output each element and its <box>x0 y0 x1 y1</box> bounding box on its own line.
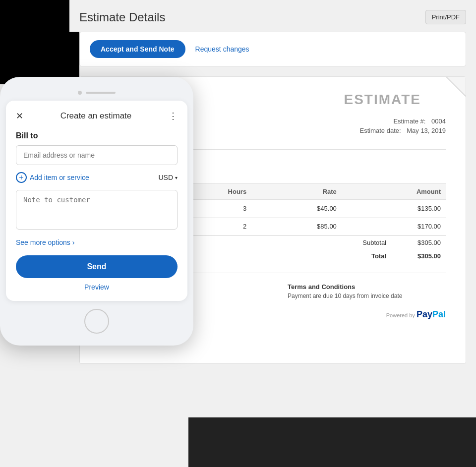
action-bar: Accept and Send Note Request changes <box>79 32 466 66</box>
row2-amount: $170.00 <box>342 218 446 235</box>
estimate-number-value: 0004 <box>431 117 446 125</box>
row1-amount: $135.00 <box>342 200 446 218</box>
total-value: $305.00 <box>401 252 441 260</box>
currency-label: USD <box>158 174 173 181</box>
accept-send-button[interactable]: Accept and Send Note <box>90 40 185 58</box>
col-rate: Rate <box>251 184 342 200</box>
page-header: Estimate Details Print/PDF <box>69 0 476 32</box>
col-amount: Amount <box>342 184 446 200</box>
row2-rate: $85.00 <box>251 218 342 235</box>
add-item-button[interactable]: + Add item or service <box>16 172 89 183</box>
preview-link[interactable]: Preview <box>16 283 178 291</box>
request-changes-link[interactable]: Request changes <box>195 45 249 53</box>
estimate-heading: ESTIMATE <box>344 92 421 108</box>
home-indicator <box>84 309 109 334</box>
terms-right-col: Terms and Conditions Payment are due 10 … <box>288 283 446 299</box>
phone-overlay: ✕ Create an estimate ⋮ Bill to + Add ite… <box>0 77 193 346</box>
add-item-label: Add item or service <box>30 174 89 181</box>
phone-dot <box>78 91 82 95</box>
modal-card: ✕ Create an estimate ⋮ Bill to + Add ite… <box>6 101 187 301</box>
chevron-right-icon: › <box>72 238 75 246</box>
modal-more-button[interactable]: ⋮ <box>169 111 178 121</box>
estimate-date-label: Estimate date: <box>352 127 401 134</box>
email-input[interactable] <box>16 145 178 165</box>
modal-title: Create an estimate <box>60 111 132 121</box>
subtotal-label: Subtotal <box>327 239 386 246</box>
folded-corner-inner <box>447 77 466 96</box>
currency-selector[interactable]: USD ▾ <box>158 174 178 181</box>
estimate-date-value: May 13, 2019 <box>407 127 446 134</box>
total-label: Total <box>327 252 386 260</box>
page-title: Estimate Details <box>79 10 165 24</box>
note-textarea[interactable] <box>16 190 178 230</box>
currency-chevron-icon: ▾ <box>175 175 178 180</box>
estimate-number-label: Estimate #: <box>376 117 425 125</box>
phone-bottom <box>0 301 193 336</box>
phone-bar <box>86 92 116 94</box>
phone-top-bar <box>0 87 193 101</box>
powered-by-text: Powered by <box>386 312 415 318</box>
see-more-label: See more options <box>16 238 70 246</box>
bill-to-label: Bill to <box>16 131 178 140</box>
print-pdf-button[interactable]: Print/PDF <box>425 10 466 24</box>
add-item-row: + Add item or service USD ▾ <box>16 172 178 183</box>
add-item-icon: + <box>16 172 27 183</box>
modal-close-button[interactable]: ✕ <box>16 112 23 120</box>
see-more-options[interactable]: See more options › <box>16 238 178 246</box>
terms-text: Payment are due 10 days from invoice dat… <box>288 292 446 299</box>
row1-rate: $45.00 <box>251 200 342 218</box>
modal-header: ✕ Create an estimate ⋮ <box>16 111 178 121</box>
paypal-logo: PayPal <box>416 309 446 319</box>
subtotal-value: $305.00 <box>401 239 441 246</box>
send-button[interactable]: Send <box>16 255 178 278</box>
terms-title: Terms and Conditions <box>288 283 446 291</box>
